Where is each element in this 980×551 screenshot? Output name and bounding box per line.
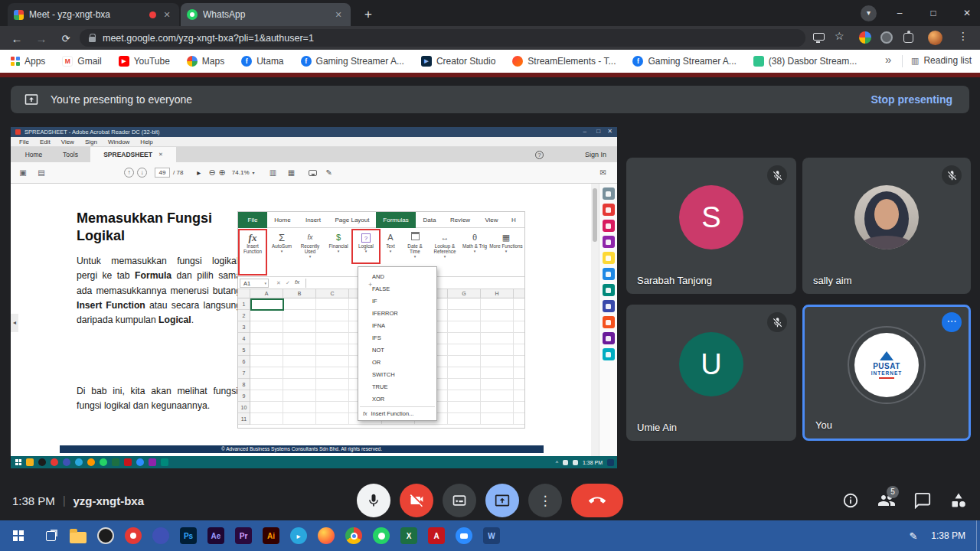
back-button[interactable]: ← [6, 28, 28, 49]
browser-menu-button[interactable]: ⋮ [956, 30, 971, 42]
excel-tab-insert[interactable]: Insert [298, 212, 328, 228]
acrobat-close-button[interactable]: ✕ [607, 128, 612, 135]
info-button[interactable] [842, 492, 859, 509]
excel-tab-data[interactable]: Data [416, 212, 443, 228]
comment-tool-icon[interactable] [603, 252, 615, 264]
doc-tab-close-icon[interactable]: ✕ [158, 152, 163, 158]
tab-whatsapp[interactable]: WhatsApp ✕ [181, 3, 351, 26]
row-header[interactable]: 2 [238, 310, 250, 321]
export-pdf-icon[interactable] [603, 204, 615, 216]
excel-autosum-button[interactable]: Σ AutoSum▾ [269, 232, 295, 253]
column-header[interactable]: H [481, 289, 514, 298]
column-header[interactable]: G [448, 289, 481, 298]
presented-app-icon[interactable] [87, 458, 95, 466]
profile-avatar[interactable] [928, 31, 942, 45]
mic-button[interactable] [357, 484, 390, 517]
excel-lookup-reference-button[interactable]: ↔ Lookup & Reference▾ [430, 232, 460, 259]
participant-tile-umie[interactable]: U Umie Ain [626, 305, 796, 441]
illustrator-icon[interactable]: Ai [257, 520, 285, 551]
task-view-button[interactable] [37, 520, 64, 551]
menu-sign[interactable]: Sign [80, 137, 103, 147]
window-close-button[interactable]: ✕ [954, 0, 980, 26]
comment-icon[interactable] [309, 170, 317, 176]
help-icon[interactable]: ? [535, 151, 544, 159]
tray-clock[interactable]: 1:38 PM [931, 530, 965, 541]
extension-icon-2[interactable] [880, 31, 893, 44]
menu-view[interactable]: View [56, 137, 80, 147]
dropdown-item-ifna[interactable]: IFNA [358, 320, 436, 332]
create-pdf-icon[interactable] [603, 220, 615, 232]
menu-window[interactable]: Window [103, 137, 135, 147]
excel-recently-used-button[interactable]: fx Recently Used▾ [296, 232, 324, 259]
participant-tile-sally[interactable]: sally aim [802, 158, 971, 294]
media-controls-button[interactable]: ▾ [861, 5, 877, 21]
excel-tab-help[interactable]: H [506, 212, 521, 228]
content-scrollbar[interactable] [591, 184, 599, 456]
acrobat-tab-tools[interactable]: Tools [54, 147, 87, 162]
presented-tray-chevron[interactable]: ^ [556, 460, 558, 465]
presented-app-icon[interactable] [136, 458, 144, 466]
whatsapp-icon[interactable] [368, 520, 395, 551]
stop-presenting-button[interactable]: Stop presenting [871, 93, 952, 106]
present-button[interactable] [485, 484, 519, 517]
select-all-corner[interactable] [238, 289, 250, 298]
dropdown-item-iferror[interactable]: IFERROR [358, 308, 436, 320]
excel-financial-button[interactable]: $ Financial▾ [325, 232, 351, 253]
pencil-icon[interactable]: ✎ [326, 168, 332, 177]
dropdown-item-if[interactable]: IF [358, 295, 436, 308]
column-header[interactable]: B [283, 289, 316, 298]
window-maximize-button[interactable]: □ [920, 0, 946, 26]
send-for-signature-icon[interactable] [603, 348, 615, 360]
captions-button[interactable] [443, 484, 476, 517]
file-explorer-icon[interactable] [64, 520, 92, 551]
tab-close-icon[interactable]: ✕ [332, 10, 345, 20]
find-tool-icon[interactable] [603, 187, 615, 200]
presented-app-icon[interactable] [38, 458, 46, 466]
shared-screen[interactable]: SPREADSHEET - Adobe Acrobat Reader DC (3… [11, 127, 617, 468]
page-down-icon[interactable]: ↓ [137, 168, 147, 178]
menu-edit[interactable]: Edit [34, 137, 56, 147]
excel-tab-file[interactable]: File [238, 212, 267, 228]
zoom-caret-icon[interactable]: ▾ [253, 170, 255, 175]
excel-tab-review[interactable]: Review [443, 212, 477, 228]
row-header[interactable]: 4 [238, 333, 250, 344]
chrome-icon[interactable] [340, 520, 368, 551]
fill-sign-icon[interactable] [603, 332, 615, 344]
tab-close-icon[interactable]: ✕ [161, 10, 173, 20]
people-button[interactable]: 5 [877, 491, 896, 510]
participant-tile-you[interactable]: PUSAT INTERNET ⋯ You [802, 305, 971, 441]
organize-pages-icon[interactable] [603, 284, 615, 296]
window-minimize-button[interactable]: – [887, 0, 913, 26]
bookmark-maps[interactable]: Maps [187, 56, 224, 67]
panel-toggle-icon[interactable]: ◂ [11, 314, 18, 332]
extensions-puzzle-icon[interactable] [903, 33, 913, 43]
excel-text-button[interactable]: A Text▾ [381, 232, 400, 253]
acrobat-doc-tab[interactable]: SPREADSHEET ✕ [90, 147, 176, 162]
presented-app-icon[interactable] [100, 458, 107, 466]
start-button[interactable] [0, 520, 37, 551]
excel-name-box[interactable]: A1▾ [240, 279, 269, 288]
presented-app-icon[interactable] [124, 458, 132, 466]
zoom-level[interactable]: 74.1% [232, 169, 250, 176]
row-header[interactable]: 10 [238, 402, 250, 413]
excel-tab-home[interactable]: Home [267, 212, 298, 228]
screen-share-icon[interactable] [813, 33, 825, 41]
selected-cell-a1[interactable] [250, 298, 284, 311]
excel-tab-page-layout[interactable]: Page Layout [328, 212, 376, 228]
row-header[interactable]: 9 [238, 390, 250, 402]
reload-button[interactable]: ⟳ [55, 28, 77, 49]
bookmark-dasbor-stream[interactable]: (38) Dasbor Stream... [753, 56, 857, 67]
obs-studio-icon[interactable] [92, 520, 119, 551]
presented-app-icon[interactable] [63, 458, 70, 466]
row-header[interactable]: 8 [238, 379, 250, 390]
photoshop-icon[interactable]: Ps [175, 520, 202, 551]
presented-app-icon[interactable] [161, 458, 168, 466]
word-icon[interactable]: W [478, 520, 505, 551]
excel-math-trig-button[interactable]: θ Math & Trig▾ [462, 232, 488, 253]
sign-in-button[interactable]: Sign In [585, 147, 606, 162]
media-player-icon[interactable] [147, 520, 175, 551]
premiere-icon[interactable]: Pr [230, 520, 257, 551]
formula-cancel-icon[interactable]: ✕ [276, 280, 281, 286]
edit-pdf-icon[interactable] [603, 236, 615, 248]
page-up-icon[interactable]: ↑ [124, 168, 134, 178]
